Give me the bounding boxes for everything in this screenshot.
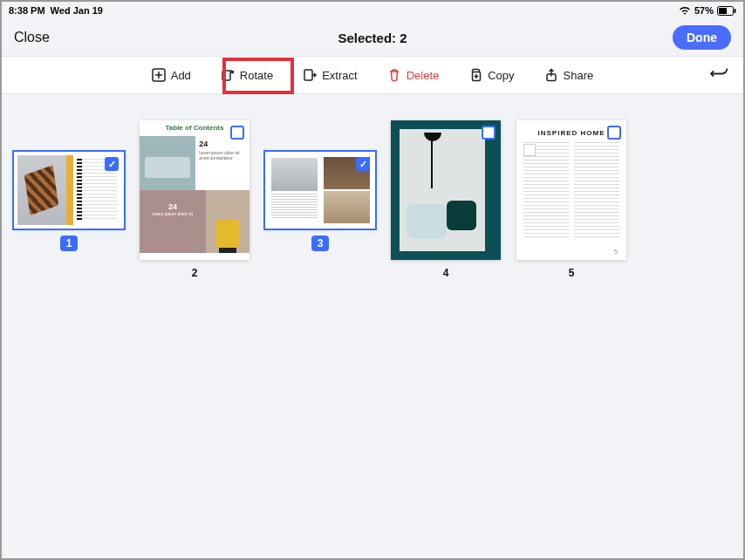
page-1-checkbox[interactable] xyxy=(105,157,119,171)
page-4-preview[interactable] xyxy=(391,120,501,260)
plus-square-icon xyxy=(152,68,166,82)
page-4-number: 4 xyxy=(443,267,449,279)
extract-label: Extract xyxy=(322,69,357,82)
page-5-checkbox[interactable] xyxy=(607,126,621,140)
add-button[interactable]: Add xyxy=(145,63,198,87)
rotate-icon xyxy=(221,68,235,82)
status-bar: 8:38 PM Wed Jan 19 57% xyxy=(2,2,743,19)
page-3-number: 3 xyxy=(311,236,330,251)
undo-button[interactable] xyxy=(710,66,729,85)
page-1-number: 1 xyxy=(60,236,79,251)
nav-bar: Close Selected: 2 Done xyxy=(2,19,743,56)
page-5-number: 5 xyxy=(569,267,575,279)
page-title: Selected: 2 xyxy=(338,31,407,45)
page-5-footer: 5 xyxy=(614,249,618,255)
close-button[interactable]: Close xyxy=(14,30,50,45)
rotate-button[interactable]: Rotate xyxy=(214,63,280,87)
page-thumb-1[interactable]: 1 xyxy=(14,152,124,251)
page-2-preview[interactable]: Table of Contents 24lorem ipsum dolor si… xyxy=(140,120,249,260)
page-5-preview[interactable]: INSPIRED HOME 5 xyxy=(516,120,626,260)
done-button[interactable]: Done xyxy=(673,25,731,50)
thumbnail-grid: 1 Table of Contents 24lorem ipsum dolor … xyxy=(2,94,743,558)
status-time: 8:38 PM xyxy=(9,5,45,16)
svg-rect-1 xyxy=(719,8,727,14)
page-3-preview[interactable] xyxy=(265,152,375,229)
toolbar: Add Rotate Extract Delete Copy xyxy=(2,56,743,94)
svg-rect-5 xyxy=(304,70,312,80)
share-label: Share xyxy=(564,69,594,82)
page-2-num1: 24 xyxy=(199,140,208,148)
copy-label: Copy xyxy=(488,69,514,82)
battery-icon xyxy=(717,6,736,16)
add-label: Add xyxy=(171,69,191,82)
svg-rect-2 xyxy=(735,9,736,13)
rotate-label: Rotate xyxy=(240,69,273,82)
status-date: Wed Jan 19 xyxy=(51,5,103,16)
trash-icon xyxy=(387,68,401,82)
page-thumb-3[interactable]: 3 xyxy=(265,152,375,251)
page-2-number: 2 xyxy=(192,267,198,279)
share-button[interactable]: Share xyxy=(537,63,601,87)
extract-icon xyxy=(303,68,317,82)
copy-icon xyxy=(468,68,482,82)
page-1-preview[interactable] xyxy=(14,152,124,229)
page-2-checkbox[interactable] xyxy=(230,126,244,140)
wifi-icon xyxy=(679,6,691,15)
extract-button[interactable]: Extract xyxy=(296,63,364,87)
svg-rect-4 xyxy=(222,71,230,80)
page-thumb-2[interactable]: Table of Contents 24lorem ipsum dolor si… xyxy=(140,120,249,279)
status-battery-percent: 57% xyxy=(694,5,714,16)
page-3-checkbox[interactable] xyxy=(356,157,370,171)
undo-icon xyxy=(710,72,729,85)
page-4-checkbox[interactable] xyxy=(482,126,496,140)
delete-button[interactable]: Delete xyxy=(380,63,447,87)
copy-button[interactable]: Copy xyxy=(461,63,521,87)
page-thumb-5[interactable]: INSPIRED HOME 5 5 xyxy=(516,120,626,279)
delete-label: Delete xyxy=(407,69,440,82)
share-icon xyxy=(544,68,558,82)
page-2-num2: 24 xyxy=(168,202,177,211)
page-thumb-4[interactable]: 4 xyxy=(391,120,501,279)
